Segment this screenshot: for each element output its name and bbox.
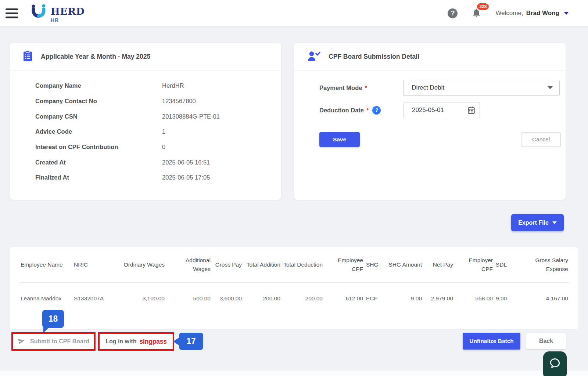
field-label: Advice Code [35,128,162,135]
info-row: Created At 2025-06-05 16:51 [35,155,281,170]
column-header: Additional Wages [166,247,212,282]
cell-total-addition: 200.00 [243,282,282,315]
field-label: Finalized At [35,174,162,181]
field-value: 0 [162,144,165,151]
cell-additional-wages: 500.00 [166,282,212,315]
unfinalize-batch-button[interactable]: Unfinalize Batch [463,333,520,350]
payment-mode-label: Payment Mode * [319,84,403,91]
welcome-text: Welcome, [495,10,523,17]
left-card-title: Applicable Year & Month - May 2025 [41,53,150,61]
cell-gross-salary-expense: 4,167.00 [514,282,570,315]
submit-to-cpf-board-button[interactable]: Submit to CPF Board [11,332,96,351]
login-prefix-label: Log in with [105,338,136,345]
column-header: SDL [494,247,514,282]
smiley-logo-icon [30,4,47,21]
export-file-button[interactable]: Export File [511,214,564,231]
cell-gross-pay: 3,600.00 [212,282,243,315]
calendar-icon[interactable] [468,106,475,115]
cancel-button[interactable]: Cancel [521,132,561,147]
column-header: Employee Name [19,247,72,282]
cell-net-pay: 2,979.00 [423,282,455,315]
hamburger-menu-icon[interactable] [6,6,19,21]
employee-cpf-table-card: Employee Name NRIC Ordinary Wages Additi… [9,247,579,330]
table-row[interactable]: Leanna Maddox S1332007A 3,100.00 500.00 … [19,282,570,315]
hamburger-bar [6,8,18,10]
clipboard-icon [23,50,33,63]
column-header: Employee CPF [324,247,365,282]
hamburger-bar [6,12,18,14]
export-file-label: Export File [518,220,549,226]
column-header: Total Deduction [282,247,324,282]
tutorial-step-badge-18: 18 [42,310,64,328]
back-button[interactable]: Back [526,333,566,350]
field-value: 2025-06-05 16:51 [162,159,210,166]
tutorial-step-badge-17: 17 [179,333,203,350]
chat-widget-button[interactable] [543,351,567,376]
applicable-period-card: Applicable Year & Month - May 2025 Compa… [9,42,282,200]
save-button[interactable]: Save [319,132,360,147]
help-icon[interactable]: ? [448,8,458,18]
chat-bubble-icon [549,357,561,376]
chevron-down-icon [552,221,557,224]
cell-employee-cpf: 612.00 [324,282,365,315]
cell-shg-amount: 9.00 [383,282,423,315]
field-label: Company Name [35,82,162,89]
cpf-submission-card: CPF Board Submission Detail Payment Mode… [294,42,566,200]
submit-to-cpf-board-label: Submit to CPF Board [30,338,89,345]
chevron-down-icon [564,12,569,15]
column-header: Total Addition [243,247,282,282]
deduction-date-help-icon[interactable]: ? [372,106,381,115]
field-label: Created At [35,159,162,166]
cell-total-deduction: 200.00 [282,282,324,315]
hamburger-bar [6,17,18,18]
table-header-row: Employee Name NRIC Ordinary Wages Additi… [19,247,570,282]
field-label: Interest on CPF Contribution [35,144,162,151]
cell-nric: S1332007A [72,282,120,315]
user-name: Brad Wong [526,10,559,17]
column-header: NRIC [72,247,120,282]
required-asterisk: * [366,107,369,114]
bell-icon [472,12,481,19]
singpass-logo-text: singpass [140,338,167,346]
info-row: Company CSN 201308884G-PTE-01 [35,109,281,124]
field-value: 201308884G-PTE-01 [162,113,220,120]
info-row: Finalized At 2025-06-05 17:05 [35,170,281,185]
info-row: Advice Code 1 [35,124,281,140]
payment-mode-value: Direct Debit [412,84,444,91]
notifications-button[interactable]: 228 [472,8,481,19]
field-value: HerdHR [162,82,184,89]
right-card-title: CPF Board Submission Detail [329,53,419,61]
required-asterisk: * [365,84,367,91]
employee-cpf-table: Employee Name NRIC Ordinary Wages Additi… [19,247,570,315]
column-header: Gross Salary Expense [514,247,570,282]
field-label: Company CSN [35,113,162,120]
cell-shg: ECF [365,282,383,315]
field-value: 2025-06-05 17:05 [162,174,210,181]
brand-sub: HR [51,17,85,23]
deduction-date-label: Deduction Date * ? [319,106,404,115]
info-row: Interest on CPF Contribution 0 [35,140,281,155]
herd-hr-logo[interactable]: HERD HR [30,4,85,23]
top-bar: HERD HR ? 228 Welcome, Brad Wong [0,0,588,26]
login-with-singpass-button[interactable]: Log in with singpass [98,332,174,351]
cell-sdl: 9.00 [494,282,514,315]
chevron-down-icon [548,86,553,89]
column-header: Ordinary Wages [120,247,166,282]
person-check-icon [307,51,320,63]
cell-ordinary-wages: 3,100.00 [120,282,166,315]
field-value: 1 [162,128,165,135]
column-header: SHG [365,247,383,282]
footer-strip [0,370,588,376]
notification-count-badge: 228 [476,3,490,11]
user-menu[interactable]: Welcome, Brad Wong [495,10,569,17]
column-header: SHG Amount [383,247,423,282]
column-header: Gross Pay [212,247,243,282]
cell-employer-cpf: 558.00 [455,282,494,315]
field-value: 1234567800 [162,98,196,105]
send-icon [18,337,25,346]
column-header: Employer CPF [455,247,494,282]
info-row: Company Contact No 1234567800 [35,94,281,109]
field-label: Company Contact No [35,98,162,105]
payment-mode-select[interactable]: Direct Debit [403,80,560,96]
brand-name: HERD [51,7,85,16]
